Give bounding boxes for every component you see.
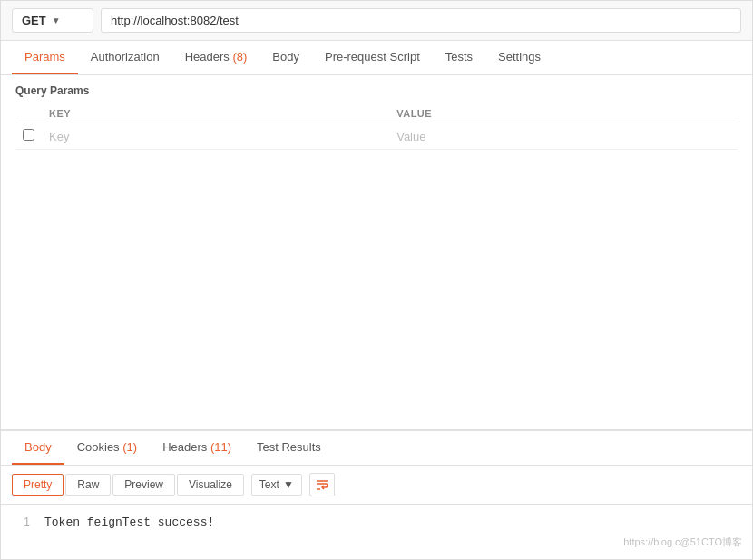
tab-params[interactable]: Params (12, 41, 78, 74)
app-container: GET ▼ Params Authorization Headers (8) B… (0, 0, 753, 560)
text-type-label: Text (259, 478, 279, 491)
format-btn-visualize[interactable]: Visualize (177, 474, 244, 496)
tab-headers[interactable]: Headers (8) (172, 41, 260, 74)
format-btn-raw[interactable]: Raw (65, 474, 111, 496)
format-btn-pretty[interactable]: Pretty (12, 474, 64, 496)
params-table: KEY VALUE Key Value (15, 104, 738, 150)
response-tab-cookies[interactable]: Cookies (1) (64, 431, 150, 465)
query-params-section: Query Params KEY VALUE Key (1, 75, 752, 430)
tab-settings[interactable]: Settings (485, 41, 553, 74)
response-headers-badge: (11) (210, 440, 231, 454)
response-tab-test-results[interactable]: Test Results (244, 431, 334, 465)
response-content: Token feignTest success! (44, 516, 214, 529)
chevron-down-icon: ▼ (52, 15, 61, 25)
params-col-key: KEY (42, 104, 389, 123)
request-empty-space (15, 150, 738, 286)
wrap-button[interactable] (309, 473, 335, 496)
text-type-selector[interactable]: Text ▼ (251, 474, 302, 496)
format-btn-preview[interactable]: Preview (112, 474, 175, 496)
headers-badge: (8) (232, 50, 247, 64)
key-placeholder: Key (49, 130, 69, 143)
line-number: 1 (15, 516, 30, 528)
tab-tests[interactable]: Tests (433, 41, 485, 74)
tab-pre-request-script[interactable]: Pre-request Script (312, 41, 433, 74)
row-checkbox[interactable] (23, 129, 34, 141)
url-input[interactable] (101, 8, 741, 33)
response-line: 1 Token feignTest success! (15, 516, 738, 529)
request-tabs: Params Authorization Headers (8) Body Pr… (1, 41, 752, 75)
response-body: 1 Token feignTest success! (1, 505, 752, 559)
response-tab-body[interactable]: Body (12, 431, 64, 465)
value-placeholder: Value (396, 130, 425, 143)
cookies-badge: (1) (122, 440, 137, 454)
url-bar: GET ▼ (1, 1, 752, 41)
table-row: Key Value (15, 123, 738, 150)
tab-authorization[interactable]: Authorization (78, 41, 172, 74)
response-tabs: Body Cookies (1) Headers (11) Test Resul… (1, 431, 752, 466)
query-params-title: Query Params (15, 84, 738, 97)
method-selector[interactable]: GET ▼ (12, 8, 93, 33)
params-col-checkbox (15, 104, 42, 123)
params-col-value: VALUE (389, 104, 738, 123)
tab-body[interactable]: Body (259, 41, 312, 74)
response-tab-headers[interactable]: Headers (11) (150, 431, 244, 465)
text-chevron-icon: ▼ (283, 478, 294, 491)
response-section: Body Cookies (1) Headers (11) Test Resul… (1, 430, 752, 559)
method-text: GET (22, 14, 46, 27)
response-toolbar: Pretty Raw Preview Visualize Text ▼ (1, 466, 752, 505)
